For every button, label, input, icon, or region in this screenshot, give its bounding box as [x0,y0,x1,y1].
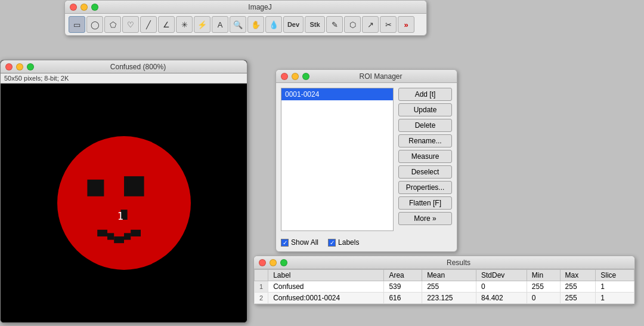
magnify-tool[interactable]: 🔍 [230,16,246,33]
properties-button[interactable]: Properties... [398,181,452,194]
bucket-tool[interactable]: ⬡ [344,16,361,33]
row2-mean: 223.125 [422,293,476,304]
roi-list-item[interactable]: 0001-0024 [281,88,393,100]
toolbar: ▭ ◯ ⬠ ♡ ╱ ∠ ✳ ⚡ A 🔍 ✋ 💧 Dev Stk ✎ ⬡ ↗ ✂ … [65,14,426,35]
roi-close-button[interactable] [281,73,288,80]
row1-num: 1 [255,281,268,293]
roi-titlebar: ROI Manager [276,70,457,83]
show-all-label: Show All [291,238,318,247]
image-minimize-button[interactable] [16,63,23,70]
row2-slice: 1 [596,293,634,304]
image-close-button[interactable] [5,63,13,70]
results-close-button[interactable] [259,259,266,266]
svg-point-0 [57,136,191,270]
hand-tool[interactable]: ✋ [247,16,264,33]
angle-tool[interactable]: ∠ [158,16,175,33]
pixel-face-svg: 1 [41,119,208,287]
image-titlebar: Confused (800%) [1,60,247,73]
text-tool[interactable]: A [212,16,228,33]
maximize-button[interactable] [91,4,98,11]
results-window: Results Label Area Mean StdDev Min Max S… [253,256,635,305]
col-min: Min [527,270,560,281]
image-maximize-button[interactable] [27,63,34,70]
wand-tool[interactable]: ⚡ [194,16,210,33]
image-window: Confused (800%) 50x50 pixels; 8-bit; 2K … [0,60,247,323]
col-slice: Slice [596,270,634,281]
point-tool[interactable]: ✳ [176,16,193,33]
svg-rect-7 [107,233,114,239]
polygon-tool[interactable]: ⬠ [104,16,121,33]
col-label: Label [268,270,384,281]
stk-tool[interactable]: Stk [305,16,325,33]
results-maximize-button[interactable] [280,259,287,266]
row2-label: Confused:0001-0024 [268,293,384,304]
imagej-title: ImageJ [98,3,422,11]
roi-maximize-button[interactable] [302,73,309,80]
row1-max: 255 [560,281,596,293]
roi-traffic-lights [281,73,309,80]
row2-max: 255 [560,293,596,304]
results-traffic-lights [259,259,287,266]
freehand-tool[interactable]: ♡ [122,16,139,33]
add-button[interactable]: Add [t] [398,88,452,101]
results-title: Results [287,259,630,267]
dropper-tool[interactable]: 💧 [265,16,282,33]
table-row: 2 Confused:0001-0024 616 223.125 84.402 … [255,293,634,304]
rectangle-tool[interactable]: ▭ [69,16,85,33]
roi-list[interactable]: 0001-0024 [281,88,394,231]
row1-area: 539 [384,281,422,293]
col-max: Max [560,270,596,281]
row1-label: Confused [268,281,384,293]
update-button[interactable]: Update [398,103,452,116]
delete-button[interactable]: Delete [398,119,452,132]
rename-button[interactable]: Rename... [398,134,452,147]
svg-rect-6 [97,230,107,236]
minimize-button[interactable] [80,4,88,11]
oval-tool[interactable]: ◯ [86,16,103,33]
col-area: Area [384,270,422,281]
show-all-check-icon: ✓ [281,239,289,247]
eraser-tool[interactable]: ✂ [380,16,397,33]
svg-rect-2 [91,183,101,193]
row1-mean: 255 [422,281,476,293]
svg-rect-8 [114,236,124,243]
dev-tool[interactable]: Dev [283,16,304,33]
more-button[interactable]: More » [398,212,452,225]
row2-stddev: 84.402 [476,293,527,304]
more-tool[interactable]: » [398,16,414,33]
roi-footer: ✓ Show All ✓ Labels [276,236,457,251]
row1-min: 255 [527,281,560,293]
col-stddev: StdDev [476,270,527,281]
svg-rect-9 [124,233,131,239]
flatten-button[interactable]: Flatten [F] [398,196,452,210]
line-tool[interactable]: ╱ [140,16,157,33]
labels-checkbox[interactable]: ✓ Labels [328,238,359,247]
row2-area: 616 [384,293,422,304]
pen-tool[interactable]: ✎ [326,16,343,33]
image-canvas: 1 [1,84,247,322]
show-all-checkbox[interactable]: ✓ Show All [281,238,318,247]
roi-minimize-button[interactable] [292,73,299,80]
results-minimize-button[interactable] [270,259,277,266]
arrow-tool[interactable]: ↗ [362,16,379,33]
close-button[interactable] [70,4,77,11]
row2-min: 0 [527,293,560,304]
measure-button[interactable]: Measure [398,150,452,163]
roi-title: ROI Manager [309,72,452,81]
col-rownum [255,270,268,281]
imagej-titlebar: ImageJ [65,1,426,14]
svg-rect-4 [127,180,140,193]
results-titlebar: Results [254,256,634,269]
row1-slice: 1 [596,281,634,293]
roi-buttons: Add [t] Update Delete Rename... Measure … [398,88,452,231]
deselect-button[interactable]: Deselect [398,165,452,179]
roi-body: 0001-0024 Add [t] Update Delete Rename..… [276,83,457,236]
image-title: Confused (800%) [34,63,242,71]
labels-check-icon: ✓ [328,239,336,247]
row2-num: 2 [255,293,268,304]
svg-rect-10 [131,230,141,236]
labels-label: Labels [338,238,359,247]
image-info: 50x50 pixels; 8-bit; 2K [1,73,247,84]
traffic-lights [70,4,98,11]
roi-manager-window: ROI Manager 0001-0024 Add [t] Update Del… [275,69,457,252]
